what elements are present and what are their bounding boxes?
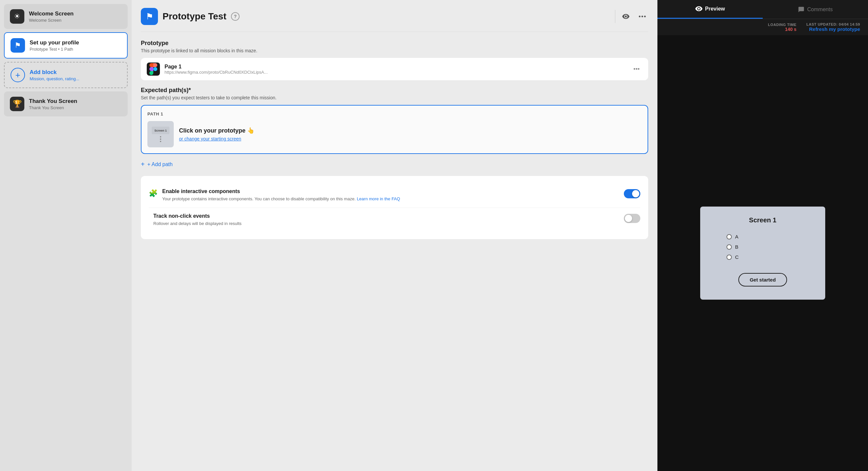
tab-comments[interactable]: Comments: [763, 0, 868, 19]
sidebar-item-thankyou-title: Thank You Screen: [29, 98, 77, 104]
proto-url: https://www.figma.com/proto/CbRuCNd0XDCl…: [164, 70, 626, 75]
sidebar-item-add-block[interactable]: + Add block Mission, question, rating...: [4, 62, 128, 88]
preview-meta: LOADING TIME 140 s LAST UPDATED: 04/04 1…: [657, 19, 868, 35]
welcome-screen-icon: ☀: [10, 9, 24, 24]
prototype-section-title: Prototype: [141, 40, 648, 47]
add-block-icon: +: [10, 68, 25, 82]
svg-point-2: [644, 16, 646, 18]
sidebar-item-profile-title: Set up your profile: [30, 39, 79, 46]
svg-point-1: [642, 16, 643, 18]
path-screen-thumbnail[interactable]: Screen 1: [147, 121, 174, 147]
add-path-button[interactable]: + + Add path: [141, 159, 173, 169]
expected-paths-subtitle: Set the path(s) you expect testers to ta…: [141, 95, 648, 100]
preview-button[interactable]: [620, 10, 632, 22]
main-header-icon: ⚑: [141, 8, 158, 25]
sidebar-item-add-subtitle: Mission, question, rating...: [30, 76, 79, 81]
loading-time-value: 140 s: [785, 27, 797, 32]
header-divider: [615, 10, 615, 23]
interactive-components-toggle[interactable]: [624, 189, 640, 198]
sidebar-item-thankyou-subtitle: Thank You Screen: [29, 105, 77, 110]
add-path-icon: +: [141, 160, 145, 168]
last-updated-label: LAST UPDATED: 04/04 14:59: [806, 22, 860, 26]
interactive-components-setting: 🧩 Enable interactive components Your pro…: [149, 183, 640, 208]
track-non-click-desc: Rollover and delays will be displayed in…: [153, 220, 619, 227]
more-options-button[interactable]: [637, 10, 648, 22]
thank-you-screen-icon: 🏆: [10, 97, 24, 111]
tab-preview[interactable]: Preview: [657, 0, 763, 19]
path-1-container: PATH 1 Screen 1 Click on your prototype …: [141, 105, 648, 154]
change-starting-screen-link[interactable]: or change your starting screen: [179, 136, 254, 142]
right-panel-tabs: Preview Comments: [657, 0, 868, 19]
get-started-button[interactable]: Get started: [738, 273, 787, 286]
loading-time-label: LOADING TIME: [768, 23, 797, 27]
sidebar-item-thank-you-screen[interactable]: 🏆 Thank You Screen Thank You Screen: [4, 91, 128, 117]
preview-area: Screen 1 A B C Get started: [657, 35, 868, 471]
interactive-components-icon: 🧩: [149, 189, 158, 198]
proto-name: Page 1: [164, 64, 626, 70]
interactive-components-title: Enable interactive components: [162, 188, 619, 194]
prototype-frame: Screen 1 A B C Get started: [700, 207, 825, 300]
tab-preview-label: Preview: [705, 6, 725, 12]
interactive-components-desc: Your prototype contains interactive comp…: [162, 196, 619, 202]
learn-more-link[interactable]: Learn more in the FAQ: [357, 196, 400, 201]
track-non-click-title: Track non-click events: [153, 213, 619, 219]
option-c[interactable]: C: [726, 254, 812, 260]
svg-point-0: [639, 16, 641, 18]
refresh-prototype-button[interactable]: Refresh my prototype: [809, 26, 860, 32]
add-path-label: + Add path: [147, 161, 173, 167]
path-click-instruction: Click on your prototype 👆: [179, 127, 254, 134]
option-a[interactable]: A: [726, 234, 812, 240]
sidebar-item-welcome-subtitle: Welcome Screen: [29, 18, 74, 23]
tab-comments-label: Comments: [807, 7, 833, 12]
expected-paths-title: Expected path(s)*: [141, 87, 648, 94]
sidebar: ☀ Welcome Screen Welcome Screen ⚑ Set up…: [0, 0, 132, 471]
proto-screen-title: Screen 1: [749, 216, 776, 224]
track-non-click-toggle[interactable]: [624, 214, 640, 223]
figma-icon-container: [147, 62, 160, 76]
prototype-section-subtitle: This prototype is linked to all mission …: [141, 48, 648, 53]
page-title: Prototype Test: [162, 11, 226, 22]
main-header: ⚑ Prototype Test ?: [141, 8, 648, 32]
prototype-card: Page 1 https://www.figma.com/proto/CbRuC…: [141, 58, 648, 80]
proto-menu-button[interactable]: •••: [631, 64, 642, 74]
help-icon[interactable]: ?: [231, 12, 240, 21]
proto-options: A B C: [713, 234, 812, 260]
option-b[interactable]: B: [726, 244, 812, 250]
sidebar-item-profile-subtitle: Prototype Test • 1 Path: [30, 47, 79, 52]
path-screen-label: Screen 1: [154, 129, 167, 132]
header-actions: [620, 10, 648, 22]
right-panel: Preview Comments LOADING TIME 140 s LAST…: [657, 0, 868, 471]
settings-panel: 🧩 Enable interactive components Your pro…: [141, 176, 648, 239]
main-content: ⚑ Prototype Test ? Prototype This protot…: [132, 0, 657, 471]
sidebar-item-welcome-title: Welcome Screen: [29, 10, 74, 17]
prototype-test-icon: ⚑: [10, 38, 25, 53]
sidebar-item-prototype-test[interactable]: ⚑ Set up your profile Prototype Test • 1…: [4, 32, 128, 59]
track-non-click-setting: Track non-click events Rollover and dela…: [149, 208, 640, 232]
path-1-label: PATH 1: [147, 112, 642, 117]
sidebar-item-add-title: Add block: [30, 69, 79, 76]
sidebar-item-welcome-screen[interactable]: ☀ Welcome Screen Welcome Screen: [4, 4, 128, 29]
